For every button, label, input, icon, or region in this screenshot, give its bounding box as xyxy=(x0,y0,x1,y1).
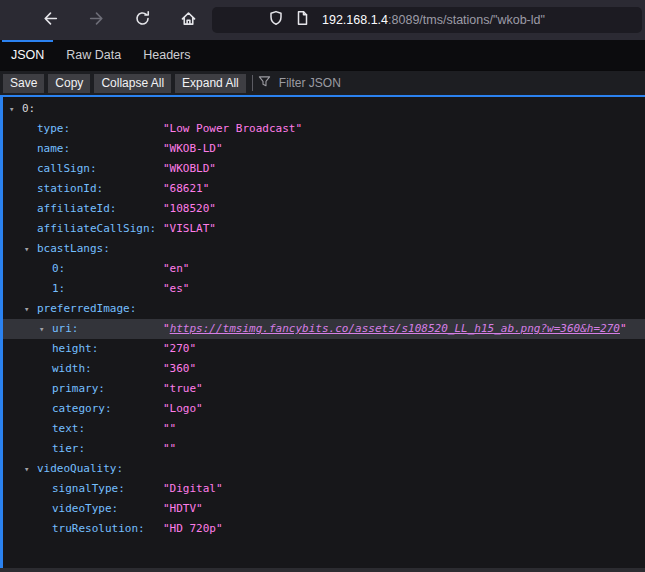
copy-button[interactable]: Copy xyxy=(48,74,90,93)
url-host: 192.168.1.4 xyxy=(322,13,388,27)
json-value: "HDTV" xyxy=(163,499,203,519)
json-row[interactable]: 0:"en" xyxy=(3,259,645,279)
json-key: primary: xyxy=(52,382,105,395)
save-button[interactable]: Save xyxy=(3,74,44,93)
json-key: preferredImage: xyxy=(37,302,136,315)
json-value: "en" xyxy=(163,259,190,279)
forward-button xyxy=(82,6,110,34)
back-button[interactable] xyxy=(36,6,64,34)
tab-json[interactable]: JSON xyxy=(0,40,55,70)
json-row[interactable]: callSign:"WKOBLD" xyxy=(3,159,645,179)
collapse-arrow-icon[interactable]: ▾ xyxy=(24,459,37,479)
home-icon xyxy=(180,10,197,31)
json-value: "68621" xyxy=(163,179,209,199)
expand-all-button[interactable]: Expand All xyxy=(175,74,246,93)
toolbar-separator xyxy=(252,75,253,91)
json-row[interactable]: truResolution:"HD 720p" xyxy=(3,519,645,539)
reload-icon xyxy=(134,10,151,31)
json-key: 0: xyxy=(52,262,65,275)
nav-buttons xyxy=(0,6,202,34)
tab-raw-data[interactable]: Raw Data xyxy=(55,40,132,70)
json-row[interactable]: text:"" xyxy=(3,419,645,439)
collapse-arrow-icon[interactable]: ▾ xyxy=(9,99,22,119)
json-value: "HD 720p" xyxy=(163,519,223,539)
json-row[interactable]: 1:"es" xyxy=(3,279,645,299)
json-row[interactable]: category:"Logo" xyxy=(3,399,645,419)
json-value: "Digital" xyxy=(163,479,223,499)
json-row[interactable]: stationId:"68621" xyxy=(3,179,645,199)
json-key: category: xyxy=(52,402,112,415)
shield-icon[interactable] xyxy=(268,10,284,30)
collapse-arrow-icon[interactable]: ▾ xyxy=(24,239,37,259)
json-value: "" xyxy=(163,419,176,439)
tab-headers[interactable]: Headers xyxy=(132,40,201,70)
json-row[interactable]: ▾uri:"https://tmsimg.fancybits.co/assets… xyxy=(3,319,645,339)
json-value: "270" xyxy=(163,339,196,359)
json-row[interactable]: ▾bcastLangs: xyxy=(3,239,645,259)
reload-button[interactable] xyxy=(128,6,156,34)
json-row[interactable]: width:"360" xyxy=(3,359,645,379)
json-value: "WKOB-LD" xyxy=(163,139,223,159)
json-key: signalType: xyxy=(52,482,125,495)
json-key: type: xyxy=(37,122,70,135)
json-value: "es" xyxy=(163,279,190,299)
collapse-arrow-icon[interactable]: ▾ xyxy=(24,299,37,319)
json-row[interactable]: ▾preferredImage: xyxy=(3,299,645,319)
json-row[interactable]: tier:"" xyxy=(3,439,645,459)
json-row[interactable]: type:"Low Power Broadcast" xyxy=(3,119,645,139)
json-row[interactable]: videoType:"HDTV" xyxy=(3,499,645,519)
json-key: width: xyxy=(52,362,92,375)
url-path: :8089/tms/stations/"wkob-ld" xyxy=(388,13,545,27)
json-key: bcastLangs: xyxy=(37,242,110,255)
back-arrow-icon xyxy=(42,10,59,31)
json-row[interactable]: affiliateCallSign:"VISLAT" xyxy=(3,219,645,239)
json-key: stationId: xyxy=(37,182,103,195)
json-key: text: xyxy=(52,422,85,435)
filter-funnel-icon xyxy=(258,74,271,92)
json-key: 1: xyxy=(52,282,65,295)
json-key: 0: xyxy=(22,102,35,115)
collapse-arrow-icon[interactable]: ▾ xyxy=(39,319,52,339)
home-button[interactable] xyxy=(174,6,202,34)
json-row[interactable]: height:"270" xyxy=(3,339,645,359)
filter-json-input[interactable] xyxy=(277,75,497,91)
window-bottom-edge xyxy=(0,568,645,572)
json-tree-panel: ▾0:type:"Low Power Broadcast"name:"WKOB-… xyxy=(0,97,645,572)
json-key: videoQuality: xyxy=(37,462,123,475)
json-key: tier: xyxy=(52,442,85,455)
json-key: height: xyxy=(52,342,98,355)
forward-arrow-icon xyxy=(88,10,105,31)
json-value: "360" xyxy=(163,359,196,379)
json-key: name: xyxy=(37,142,70,155)
page-icon[interactable] xyxy=(294,10,310,30)
json-row[interactable]: ▾videoQuality: xyxy=(3,459,645,479)
json-viewer-tabbar: JSONRaw DataHeaders xyxy=(0,40,645,70)
json-value: "WKOBLD" xyxy=(163,159,216,179)
json-row[interactable]: affiliateId:"108520" xyxy=(3,199,645,219)
json-key: affiliateCallSign: xyxy=(37,222,156,235)
json-key: callSign: xyxy=(37,162,97,175)
json-row[interactable]: ▾0: xyxy=(3,99,645,119)
url-text: 192.168.1.4:8089/tms/stations/"wkob-ld" xyxy=(322,13,545,27)
json-value: "" xyxy=(163,439,176,459)
json-key: affiliateId: xyxy=(37,202,116,215)
url-bar[interactable]: 192.168.1.4:8089/tms/stations/"wkob-ld" xyxy=(212,7,642,33)
browser-toolbar: 192.168.1.4:8089/tms/stations/"wkob-ld" xyxy=(0,0,645,40)
json-key: videoType: xyxy=(52,502,118,515)
json-value: "VISLAT" xyxy=(163,219,216,239)
json-viewer-toolbar: SaveCopyCollapse AllExpand All xyxy=(0,70,645,95)
json-key: uri: xyxy=(52,322,79,335)
json-key: truResolution: xyxy=(52,522,145,535)
json-row[interactable]: signalType:"Digital" xyxy=(3,479,645,499)
json-row[interactable]: name:"WKOB-LD" xyxy=(3,139,645,159)
uri-link[interactable]: https://tmsimg.fancybits.co/assets/s1085… xyxy=(170,322,620,335)
json-value: "108520" xyxy=(163,199,216,219)
json-value: "true" xyxy=(163,379,203,399)
collapse-all-button[interactable]: Collapse All xyxy=(94,74,171,93)
json-row[interactable]: primary:"true" xyxy=(3,379,645,399)
json-value: "Low Power Broadcast" xyxy=(163,119,302,139)
json-value: "Logo" xyxy=(163,399,203,419)
json-value: "https://tmsimg.fancybits.co/assets/s108… xyxy=(163,319,627,339)
